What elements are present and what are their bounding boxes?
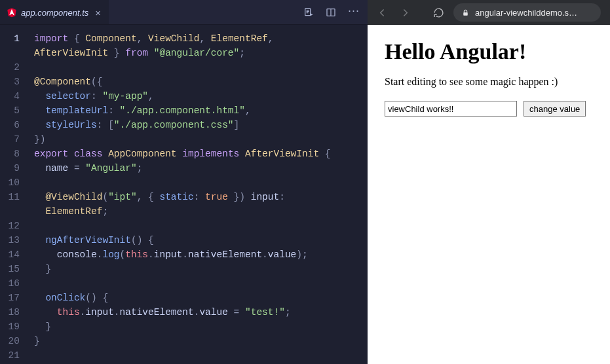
- close-icon[interactable]: ×: [95, 8, 101, 18]
- reload-icon[interactable]: [430, 5, 447, 21]
- svg-marker-2: [311, 13, 313, 16]
- editor-tab-filename: app.component.ts: [21, 8, 88, 18]
- editor-tabbar: app.component.ts × ···: [0, 0, 368, 25]
- preview-paragraph: Start editing to see some magic happen :…: [385, 76, 593, 88]
- run-file-icon[interactable]: [303, 7, 314, 18]
- preview-heading: Hello Angular!: [385, 39, 593, 64]
- viewchild-input[interactable]: [385, 101, 517, 117]
- nav-forward-icon[interactable]: [397, 5, 413, 21]
- editor-pane: app.component.ts × ··· 12345678910111213…: [0, 0, 368, 364]
- preview-pane: angular-viewchilddemo.s… Hello Angular! …: [368, 0, 610, 364]
- editor-tabbar-actions: ···: [303, 0, 368, 24]
- line-number-gutter: 123456789101112131415161718192021: [0, 25, 29, 364]
- browser-toolbar: angular-viewchilddemo.s…: [368, 0, 610, 25]
- address-bar-url: angular-viewchilddemo.s…: [475, 8, 577, 18]
- address-bar[interactable]: angular-viewchilddemo.s…: [453, 3, 601, 22]
- code-content[interactable]: import { Component, ViewChild, ElementRe…: [29, 25, 368, 364]
- preview-body: Hello Angular! Start editing to see some…: [368, 25, 610, 364]
- editor-tab-active[interactable]: app.component.ts ×: [0, 0, 109, 24]
- svg-rect-5: [463, 12, 468, 15]
- split-editor-icon[interactable]: [326, 7, 336, 18]
- svg-rect-1: [305, 9, 311, 16]
- nav-back-icon[interactable]: [374, 5, 391, 21]
- more-actions-icon[interactable]: ···: [348, 7, 358, 18]
- preview-form-row: change value: [385, 101, 593, 117]
- angular-file-icon: [7, 7, 17, 18]
- lock-icon: [461, 9, 470, 17]
- change-value-button[interactable]: change value: [524, 101, 586, 117]
- code-area[interactable]: 123456789101112131415161718192021 import…: [0, 25, 368, 364]
